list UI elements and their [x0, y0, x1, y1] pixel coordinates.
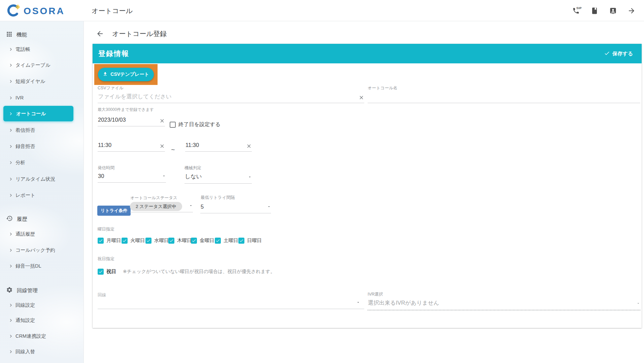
chevron-down-icon — [356, 300, 364, 309]
sidebar-item-label: タイムテーブル — [15, 62, 50, 68]
section-label: 機能 — [16, 31, 27, 38]
sip-phone-icon[interactable]: SIP — [571, 6, 581, 16]
sidebar-item-notify-settings[interactable]: 通知設定 — [8, 315, 35, 325]
breadcrumb-title: オートコール登録 — [112, 29, 167, 38]
topbar-actions: SIP — [571, 0, 637, 21]
clear-date-icon[interactable] — [159, 118, 165, 126]
start-date-field[interactable] — [98, 117, 165, 126]
call-duration-select[interactable]: 30 — [98, 173, 166, 183]
chevron-down-icon — [189, 203, 193, 212]
time-separator: ~ — [171, 146, 175, 154]
sidebar-item-recording-dl[interactable]: 録音一括DL — [8, 261, 41, 271]
back-arrow-icon[interactable] — [95, 29, 105, 38]
wednesday-checkbox[interactable] — [145, 238, 151, 244]
sidebar: 機能 電話帳 タイムテーブル 短縮ダイヤル IVR オートコール 着信拒否 — [0, 21, 84, 363]
min-retry-interval-select[interactable]: 5 — [200, 204, 271, 213]
weekday-thursday: 木曜日 — [168, 237, 192, 244]
sidebar-item-autocall[interactable]: オートコール — [3, 106, 73, 121]
weekday-friday: 金曜日 — [191, 237, 214, 244]
csv-template-button[interactable]: CSVテンプレート — [98, 68, 154, 81]
status-label: オートコールステータス — [130, 195, 177, 201]
holiday-checkbox[interactable] — [98, 269, 104, 275]
sidebar-item-label: 着信拒否 — [15, 127, 35, 133]
autocall-name-label: オートコール名 — [368, 85, 398, 91]
sidebar-item-label: 分析 — [15, 159, 25, 166]
min-retry-interval-label: 最低リトライ間隔 — [201, 195, 235, 201]
time-from-field[interactable] — [98, 142, 165, 152]
sidebar-item-call-reject[interactable]: 着信拒否 — [8, 125, 35, 135]
weekday-label: 曜日指定 — [98, 226, 114, 232]
tuesday-checkbox[interactable] — [122, 238, 128, 244]
autocall-name-input[interactable] — [368, 93, 640, 103]
logout-icon[interactable] — [626, 6, 637, 16]
chevron-down-icon — [248, 174, 252, 183]
account-card-icon[interactable] — [608, 6, 618, 16]
sidebar-item-report[interactable]: レポート — [8, 190, 35, 200]
save-button[interactable]: 保存する — [604, 44, 633, 63]
save-label: 保存する — [612, 51, 633, 57]
friday-checkbox[interactable] — [191, 238, 197, 244]
sidebar-item-label: IVR — [15, 95, 24, 100]
time-to-input[interactable] — [185, 142, 246, 151]
time-from-input[interactable] — [98, 142, 159, 151]
sidebar-item-label: 短縮ダイヤル — [15, 78, 45, 85]
sidebar-section-history: 履歴 — [6, 214, 27, 224]
day-label: 金曜日 — [200, 237, 214, 244]
monday-checkbox[interactable] — [98, 238, 104, 244]
machine-detection-select[interactable]: しない — [184, 173, 252, 184]
sidebar-item-speed-dial[interactable]: 短縮ダイヤル — [8, 77, 45, 86]
sidebar-item-realtime[interactable]: リアルタイム状況 — [8, 174, 55, 184]
csv-file-field[interactable] — [98, 93, 364, 103]
brand-logo[interactable]: OSORA — [7, 4, 65, 19]
history-icon — [6, 215, 13, 223]
clear-csv-icon[interactable] — [359, 95, 364, 103]
sidebar-item-crm-settings[interactable]: CRM連携設定 — [8, 331, 46, 341]
sip-label: SIP — [576, 6, 582, 10]
status-select[interactable]: 2 ステータス選択中 — [130, 203, 193, 212]
sidebar-item-label: レポート — [15, 192, 35, 199]
clear-time-from-icon[interactable] — [159, 143, 165, 151]
call-duration-label: 発信時間 — [98, 165, 114, 171]
sidebar-item-callback[interactable]: コールバック予約 — [8, 245, 55, 255]
download-icon — [103, 71, 108, 78]
clear-time-to-icon[interactable] — [246, 143, 252, 151]
day-label: 木曜日 — [177, 237, 192, 244]
start-date-input[interactable] — [98, 117, 159, 126]
sidebar-item-phonebook[interactable]: 電話帳 — [8, 44, 30, 54]
weekday-wednesday: 水曜日 — [145, 237, 169, 244]
sidebar-item-line-settings[interactable]: 回線設定 — [8, 300, 35, 310]
sidebar-item-ivr[interactable]: IVR — [8, 93, 24, 102]
call-duration-value: 30 — [98, 173, 162, 182]
csv-template-highlight: CSVテンプレート — [94, 64, 158, 85]
sidebar-item-record-reject[interactable]: 録音拒否 — [8, 142, 35, 151]
holiday-label: 祝日指定 — [98, 256, 114, 262]
sidebar-item-label: 回線入替 — [15, 349, 35, 355]
sunday-checkbox[interactable] — [238, 238, 244, 244]
sidebar-section-functions: 機能 — [6, 30, 27, 39]
section-label: 履歴 — [17, 216, 27, 223]
page-title: オートコール — [92, 6, 133, 16]
csv-file-helper: 最大30000件まで登録できます — [98, 107, 154, 113]
thursday-checkbox[interactable] — [168, 238, 174, 244]
sidebar-item-label: CRM連携設定 — [15, 333, 46, 339]
sidebar-item-call-history[interactable]: 通話履歴 — [8, 229, 35, 239]
end-date-checkbox-label: 終了日を設定する — [178, 121, 221, 128]
gear-icon — [6, 286, 13, 295]
end-date-checkbox[interactable] — [170, 122, 176, 128]
retry-condition-button[interactable]: リトライ条件 — [97, 206, 131, 216]
saturday-checkbox[interactable] — [215, 238, 221, 244]
address-book-icon[interactable] — [589, 6, 600, 16]
sidebar-item-label: 通話履歴 — [15, 231, 35, 237]
holiday-option: 祝日 ※チェックがついていない曜日が祝日の場合は、祝日が優先されます。 — [98, 268, 275, 275]
csv-file-input[interactable] — [98, 93, 359, 103]
holiday-note: ※チェックがついていない曜日が祝日の場合は、祝日が優先されます。 — [123, 269, 275, 275]
sidebar-item-line-swap[interactable]: 回線入替 — [8, 347, 35, 356]
time-to-field[interactable] — [185, 142, 252, 152]
autocall-name-field[interactable] — [368, 93, 640, 103]
line-select[interactable] — [98, 299, 364, 309]
sidebar-item-timetable[interactable]: タイムテーブル — [8, 60, 50, 70]
csv-file-label: CSVファイル — [98, 85, 124, 91]
sidebar-item-analysis[interactable]: 分析 — [8, 158, 25, 167]
weekday-tuesday: 火曜日 — [122, 237, 145, 244]
ivr-select[interactable]: 選択出来るIVRがありません — [368, 299, 640, 310]
